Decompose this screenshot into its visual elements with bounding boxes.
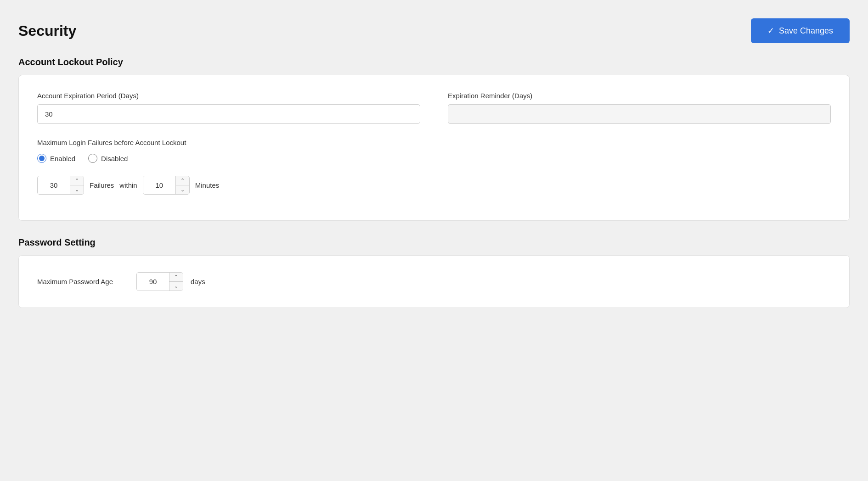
- failures-input[interactable]: [38, 176, 70, 194]
- expiration-fields-row: Account Expiration Period (Days) Expirat…: [37, 92, 831, 124]
- password-section: Password Setting Maximum Password Age ⌃ …: [18, 237, 850, 308]
- expiration-reminder-group: Expiration Reminder (Days): [448, 92, 831, 124]
- enabled-radio[interactable]: [37, 154, 46, 163]
- max-password-age-input[interactable]: [137, 273, 169, 291]
- minutes-up-button[interactable]: ⌃: [176, 176, 189, 185]
- failures-spinner-group: ⌃ ⌄: [37, 176, 84, 195]
- page-title: Security: [18, 22, 76, 39]
- radio-group: Enabled Disabled: [37, 154, 831, 163]
- save-button-label: Save Changes: [779, 26, 833, 36]
- within-label: within: [119, 181, 137, 189]
- expiration-period-group: Account Expiration Period (Days): [37, 92, 420, 124]
- max-password-age-row: Maximum Password Age ⌃ ⌄ days: [37, 272, 831, 291]
- failures-spinner-row: ⌃ ⌄ Failures within ⌃ ⌄ Minutes: [37, 176, 831, 195]
- minutes-spinner-buttons: ⌃ ⌄: [175, 176, 189, 194]
- max-login-failures-section: Maximum Login Failures before Account Lo…: [37, 139, 831, 195]
- expiration-period-input[interactable]: [37, 104, 420, 124]
- expiration-reminder-label: Expiration Reminder (Days): [448, 92, 831, 100]
- max-password-age-label: Maximum Password Age: [37, 278, 129, 285]
- minutes-input[interactable]: [143, 176, 175, 194]
- max-password-age-buttons: ⌃ ⌄: [169, 273, 183, 291]
- expiration-period-label: Account Expiration Period (Days): [37, 92, 420, 100]
- account-lockout-section: Account Lockout Policy Account Expiratio…: [18, 57, 850, 221]
- account-lockout-title: Account Lockout Policy: [18, 57, 850, 67]
- minutes-spinner-group: ⌃ ⌄: [143, 176, 190, 195]
- password-age-up-button[interactable]: ⌃: [169, 273, 183, 282]
- save-changes-button[interactable]: ✓ Save Changes: [751, 18, 850, 43]
- failures-down-button[interactable]: ⌄: [70, 185, 84, 194]
- minutes-down-button[interactable]: ⌄: [176, 185, 189, 194]
- minutes-label: Minutes: [195, 181, 220, 189]
- enabled-label: Enabled: [50, 155, 75, 162]
- page-header: Security ✓ Save Changes: [18, 18, 850, 43]
- password-card: Maximum Password Age ⌃ ⌄ days: [18, 255, 850, 308]
- password-age-down-button[interactable]: ⌄: [169, 282, 183, 291]
- page-container: Security ✓ Save Changes Account Lockout …: [18, 18, 850, 308]
- failures-label: Failures: [90, 181, 114, 189]
- failures-up-button[interactable]: ⌃: [70, 176, 84, 185]
- check-icon: ✓: [767, 26, 774, 36]
- disabled-radio-item[interactable]: Disabled: [88, 154, 128, 163]
- password-section-title: Password Setting: [18, 237, 850, 248]
- max-login-failures-label: Maximum Login Failures before Account Lo…: [37, 139, 831, 146]
- enabled-radio-item[interactable]: Enabled: [37, 154, 75, 163]
- max-password-age-spinner: ⌃ ⌄: [136, 272, 183, 291]
- failures-spinner-buttons: ⌃ ⌄: [70, 176, 84, 194]
- disabled-radio[interactable]: [88, 154, 97, 163]
- account-lockout-card: Account Expiration Period (Days) Expirat…: [18, 75, 850, 221]
- days-label: days: [191, 278, 205, 285]
- disabled-label: Disabled: [101, 155, 128, 162]
- expiration-reminder-input[interactable]: [448, 104, 831, 124]
